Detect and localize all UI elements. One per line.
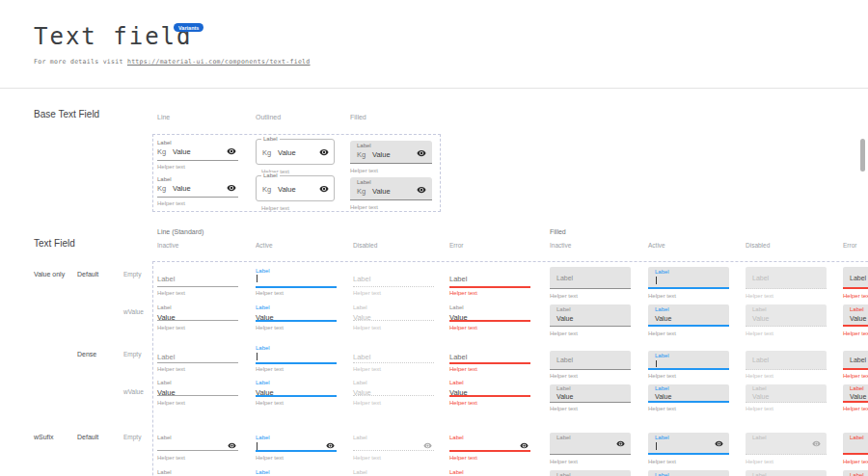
line-field-error[interactable]: LabelHelper text bbox=[449, 345, 530, 375]
filled-field-active[interactable]: LabelHelper text bbox=[648, 267, 729, 302]
base-filled-field[interactable]: LabelKgValueHelper text bbox=[350, 141, 432, 177]
field-label: Label bbox=[850, 306, 864, 312]
line-field-error[interactable]: LabelValueHelper text bbox=[449, 380, 530, 409]
base-col-outlined: Outlined bbox=[256, 114, 281, 120]
field-label: Label bbox=[556, 472, 571, 476]
filled-field-disabled[interactable]: LabelHelper text bbox=[746, 267, 827, 302]
visibility-eye-icon[interactable] bbox=[423, 441, 432, 450]
row-variant-dense: Dense bbox=[77, 351, 96, 357]
filled-field-active[interactable]: LabelHelper text bbox=[648, 433, 729, 467]
line-field-inactive[interactable]: LabelHelper text bbox=[157, 435, 238, 463]
filled-field-inactive[interactable]: LabelValueHelper text bbox=[550, 470, 631, 476]
field-label: Label bbox=[449, 469, 464, 475]
filled-field-disabled[interactable]: LabelHelper text bbox=[746, 351, 827, 382]
line-field-disabled[interactable]: LabelValueHelper text bbox=[353, 304, 434, 333]
base-filled-field[interactable]: LabelKgValueHelper text bbox=[350, 177, 432, 214]
field-value: Value bbox=[655, 393, 671, 400]
filled-box: LabelValue bbox=[550, 304, 631, 327]
line-field-inactive[interactable]: LabelValueHelper text bbox=[157, 469, 238, 476]
visibility-eye-icon[interactable] bbox=[520, 441, 529, 450]
line-field-inactive[interactable]: LabelValueHelper text bbox=[157, 380, 238, 409]
field-label: Label bbox=[357, 179, 371, 185]
line-field-disabled[interactable]: LabelHelper text bbox=[353, 435, 434, 463]
filled-field-error[interactable]: LabelHelper text bbox=[843, 351, 868, 382]
filled-field-active[interactable]: LabelValueHelper text bbox=[648, 384, 729, 414]
variants-badge: Variants bbox=[174, 23, 203, 32]
base-line-field[interactable]: LabelKgValueHelper text bbox=[157, 140, 238, 171]
filled-field-disabled[interactable]: LabelValueHelper text bbox=[746, 470, 827, 476]
filled-field-inactive[interactable]: LabelHelper text bbox=[550, 433, 631, 467]
helper-text: Helper text bbox=[550, 406, 578, 411]
docs-link[interactable]: https://material-ui.com/components/text-… bbox=[127, 58, 311, 66]
field-label: Label bbox=[850, 357, 866, 363]
group-filled: Filled bbox=[550, 228, 566, 235]
base-line-field[interactable]: LabelKgValueHelper text bbox=[157, 176, 238, 207]
line-field-inactive[interactable]: LabelHelper text bbox=[157, 268, 238, 299]
helper-text: Helper text bbox=[353, 400, 381, 406]
filled-box: LabelValue bbox=[648, 470, 729, 476]
visibility-eye-icon[interactable] bbox=[417, 148, 426, 158]
visibility-eye-icon[interactable] bbox=[417, 185, 426, 195]
visibility-eye-icon[interactable] bbox=[319, 147, 329, 157]
visibility-eye-icon[interactable] bbox=[812, 439, 821, 448]
col-line-active: Active bbox=[256, 242, 273, 249]
section-title-table: Text Field bbox=[34, 238, 75, 249]
field-label: Label bbox=[353, 304, 367, 310]
field-underline bbox=[256, 450, 337, 452]
line-field-disabled[interactable]: LabelValueHelper text bbox=[353, 380, 434, 409]
line-field-active[interactable]: LabelHelper text bbox=[256, 345, 337, 375]
line-field-disabled[interactable]: LabelHelper text bbox=[353, 345, 434, 375]
line-field-inactive[interactable]: LabelValueHelper text bbox=[157, 304, 238, 333]
line-field-active[interactable]: LabelValueHelper text bbox=[256, 304, 337, 333]
filled-field-active[interactable]: LabelHelper text bbox=[648, 351, 729, 382]
field-underline bbox=[353, 320, 434, 321]
filled-box: Label bbox=[648, 433, 729, 455]
visibility-eye-icon[interactable] bbox=[228, 441, 236, 450]
visibility-eye-icon[interactable] bbox=[227, 183, 236, 193]
helper-text: Helper text bbox=[157, 400, 185, 406]
filled-field-inactive[interactable]: LabelHelper text bbox=[550, 267, 631, 302]
text-caret bbox=[656, 360, 657, 367]
helper-text: Helper text bbox=[746, 406, 773, 411]
line-field-error[interactable]: LabelValueHelper text bbox=[449, 304, 530, 333]
filled-field-inactive[interactable]: LabelValueHelper text bbox=[550, 384, 631, 414]
visibility-eye-icon[interactable] bbox=[715, 439, 723, 448]
filled-field-disabled[interactable]: LabelValueHelper text bbox=[746, 384, 827, 414]
row-category-value-only: Value only bbox=[34, 271, 65, 278]
base-outlined-field[interactable]: LabelKgValueHelper text bbox=[256, 139, 335, 177]
field-label: Label bbox=[752, 275, 769, 281]
line-field-active[interactable]: LabelHelper text bbox=[256, 435, 337, 463]
visibility-eye-icon[interactable] bbox=[616, 439, 625, 448]
filled-field-error[interactable]: LabelValueHelper text bbox=[843, 304, 868, 339]
filled-field-disabled[interactable]: LabelValueHelper text bbox=[746, 304, 827, 339]
visibility-eye-icon[interactable] bbox=[326, 441, 335, 450]
line-field-error[interactable]: LabelHelper text bbox=[449, 268, 530, 299]
field-label: Label bbox=[157, 469, 172, 475]
line-field-active[interactable]: LabelHelper text bbox=[256, 268, 337, 299]
field-underline bbox=[449, 450, 530, 452]
line-field-disabled[interactable]: LabelValueHelper text bbox=[353, 469, 434, 476]
line-field-disabled[interactable]: LabelHelper text bbox=[353, 268, 434, 299]
field-label: Label bbox=[655, 269, 669, 275]
line-field-active[interactable]: LabelValueHelper text bbox=[256, 469, 337, 476]
filled-field-disabled[interactable]: LabelHelper text bbox=[746, 433, 827, 467]
base-outlined-field[interactable]: LabelKgValueHelper text bbox=[256, 175, 335, 214]
filled-field-active[interactable]: LabelValueHelper text bbox=[648, 470, 729, 476]
filled-field-inactive[interactable]: LabelValueHelper text bbox=[550, 304, 631, 339]
visibility-eye-icon[interactable] bbox=[319, 184, 329, 194]
field-label: Label bbox=[157, 304, 172, 310]
line-field-error[interactable]: LabelHelper text bbox=[449, 435, 530, 463]
filled-field-error[interactable]: LabelHelper text bbox=[843, 433, 868, 467]
scrollbar-thumb[interactable] bbox=[860, 139, 865, 172]
filled-field-error[interactable]: LabelHelper text bbox=[843, 267, 868, 302]
filled-field-error[interactable]: LabelValueHelper text bbox=[843, 384, 868, 414]
filled-field-inactive[interactable]: LabelHelper text bbox=[550, 351, 631, 382]
visibility-eye-icon[interactable] bbox=[227, 146, 236, 156]
filled-field-error[interactable]: LabelValueHelper text bbox=[843, 470, 868, 476]
line-field-error[interactable]: LabelValueHelper text bbox=[449, 469, 530, 476]
filled-field-active[interactable]: LabelValueHelper text bbox=[648, 304, 729, 339]
line-field-active[interactable]: LabelValueHelper text bbox=[256, 380, 337, 409]
field-label: Label bbox=[850, 385, 864, 391]
row-variant-default: Default bbox=[77, 271, 98, 278]
line-field-inactive[interactable]: LabelHelper text bbox=[157, 345, 238, 375]
